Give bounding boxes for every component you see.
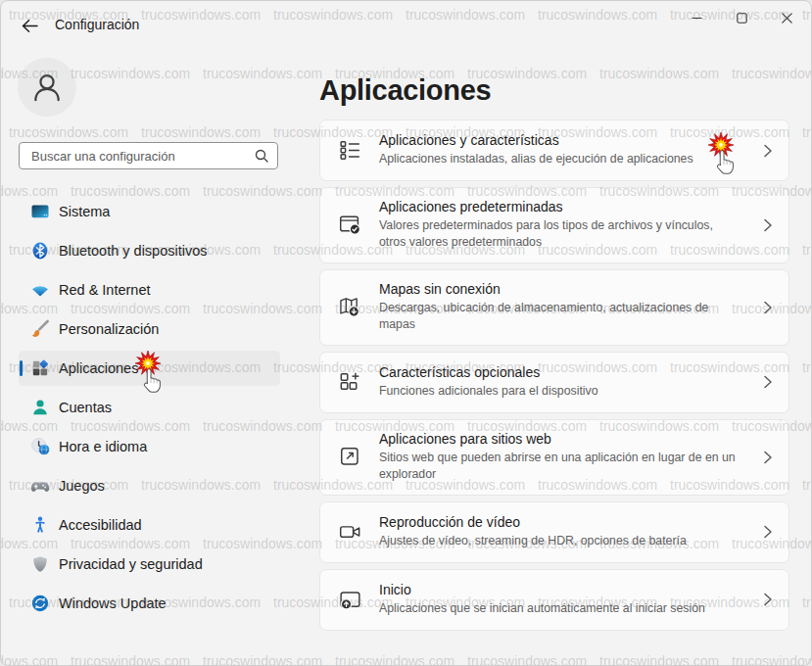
apps-features-icon — [338, 138, 363, 164]
sidebar-item-windows-update[interactable]: Windows Update — [19, 586, 280, 621]
watermark-text: trucoswindows.com — [802, 477, 812, 493]
sidebar-item-juegos[interactable]: Juegos — [19, 468, 280, 503]
card-text: Aplicaciones para sitios webSitios web q… — [379, 431, 763, 484]
sidebar-item-aplicaciones[interactable]: Aplicaciones — [19, 351, 280, 386]
card-subtitle: Aplicaciones instaladas, alias de ejecuc… — [379, 151, 738, 167]
minimize-button[interactable] — [674, 1, 719, 34]
watermark-text: trucoswindows.com — [71, 66, 190, 81]
watermark-text: trucoswindows.com — [802, 595, 812, 610]
chevron-right-icon — [763, 218, 773, 232]
card-text: Aplicaciones y característicasAplicacion… — [379, 132, 763, 167]
settings-card-inicio[interactable]: InicioAplicaciones que se inician automá… — [319, 569, 789, 631]
card-text: Reproducción de vídeoAjustes de vídeo, s… — [379, 514, 763, 549]
card-text: Características opcionalesFunciones adic… — [379, 364, 763, 400]
settings-card-aplicaciones-predeterminadas[interactable]: Aplicaciones predeterminadasValores pred… — [319, 187, 789, 263]
person-icon — [29, 70, 65, 105]
watermark-text: trucoswindows.com — [802, 242, 812, 258]
sidebar-item-sistema[interactable]: Sistema — [19, 194, 280, 229]
watermark-text: trucoswindows.com — [406, 7, 525, 23]
close-button[interactable] — [764, 1, 809, 34]
settings-card-caracteristicas-opcionales[interactable]: Características opcionalesFunciones adic… — [319, 352, 789, 413]
close-icon — [782, 13, 792, 24]
sidebar-item-label: Sistema — [59, 204, 110, 219]
window-controls — [674, 1, 809, 34]
settings-window: Configuración SistemaBluetooth y disposi… — [0, 0, 812, 666]
website-apps-icon — [338, 445, 363, 470]
settings-card-aplicaciones-caracteristicas[interactable]: Aplicaciones y característicasAplicacion… — [319, 119, 789, 181]
video-playback-icon — [338, 519, 363, 545]
card-title: Mapas sin conexión — [379, 281, 738, 297]
watermark-text: trucoswindows.com — [141, 7, 261, 23]
card-text: Aplicaciones predeterminadasValores pred… — [379, 199, 763, 252]
settings-card-list: Aplicaciones y característicasAplicacion… — [319, 119, 789, 631]
watermark-text: trucoswindows.com — [599, 653, 719, 666]
apps-icon — [30, 358, 50, 378]
card-text: Mapas sin conexiónDescargas, ubicación d… — [379, 281, 763, 334]
watermark-text: trucoswindows.com — [538, 7, 657, 23]
default-apps-icon — [338, 213, 363, 238]
watermark-text: trucoswindows.com — [0, 653, 58, 666]
card-title: Aplicaciones predeterminadas — [379, 199, 738, 214]
sidebar-item-personalizacion[interactable]: Personalización — [19, 311, 280, 347]
search-box — [19, 142, 278, 169]
settings-card-aplicaciones-sitios-web[interactable]: Aplicaciones para sitios webSitios web q… — [319, 419, 789, 496]
back-button[interactable] — [16, 14, 43, 37]
sidebar-item-label: Windows Update — [59, 595, 167, 611]
sidebar-item-bluetooth[interactable]: Bluetooth y dispositivos — [19, 233, 280, 268]
card-subtitle: Funciones adicionales para el dispositiv… — [379, 383, 738, 400]
card-subtitle: Descargas, ubicación de almacenamiento, … — [379, 300, 738, 334]
watermark-text: trucoswindows.com — [9, 124, 128, 140]
maximize-icon — [737, 13, 747, 24]
minimize-icon — [692, 13, 702, 24]
sidebar-item-red-internet[interactable]: Red & Internet — [19, 272, 280, 308]
accessibility-icon — [30, 515, 50, 535]
search-icon[interactable] — [255, 149, 268, 163]
settings-card-mapas-sin-conexion[interactable]: Mapas sin conexiónDescargas, ubicación d… — [319, 269, 789, 346]
accounts-icon — [30, 398, 50, 417]
chevron-right-icon — [763, 593, 773, 606]
card-text: InicioAplicaciones que se inician automá… — [379, 582, 763, 617]
maximize-button[interactable] — [719, 1, 764, 34]
sidebar-item-label: Hora e idioma — [59, 439, 147, 454]
personalization-icon — [30, 319, 50, 339]
sidebar-item-accesibilidad[interactable]: Accesibilidad — [19, 507, 280, 543]
card-subtitle: Ajustes de vídeo, streaming de HDR, opci… — [379, 533, 738, 549]
sidebar-item-label: Accesibilidad — [59, 517, 142, 533]
card-subtitle: Sitios web que pueden abrirse en una apl… — [379, 450, 738, 484]
startup-icon — [338, 587, 363, 612]
privacy-icon — [30, 554, 50, 574]
page-title: Aplicaciones — [319, 74, 491, 107]
sidebar-item-label: Aplicaciones — [59, 360, 138, 376]
offline-maps-icon — [338, 295, 363, 320]
time-language-icon — [30, 437, 50, 456]
sidebar-item-label: Red & Internet — [59, 282, 151, 298]
watermark-text: trucoswindows.com — [732, 66, 812, 81]
card-subtitle: Valores predeterminados para los tipos d… — [379, 217, 738, 252]
watermark-text: trucoswindows.com — [467, 653, 587, 666]
card-title: Aplicaciones y características — [379, 132, 738, 148]
sidebar-item-privacidad[interactable]: Privacidad y seguridad — [19, 547, 280, 582]
sidebar-item-hora-idioma[interactable]: Hora e idioma — [19, 429, 280, 464]
sidebar-item-label: Personalización — [59, 321, 159, 337]
bluetooth-icon — [30, 241, 50, 261]
watermark-text: trucoswindows.com — [802, 124, 812, 140]
window-title: Configuración — [55, 17, 139, 32]
settings-card-reproduccion-video[interactable]: Reproducción de vídeoAjustes de vídeo, s… — [319, 501, 789, 563]
optional-features-icon — [338, 369, 363, 395]
search-input[interactable] — [29, 148, 255, 165]
watermark-text: trucoswindows.com — [71, 653, 190, 666]
avatar — [18, 58, 76, 117]
sidebar-item-cuentas[interactable]: Cuentas — [19, 390, 280, 425]
card-subtitle: Aplicaciones que se inician automáticame… — [379, 600, 738, 617]
chevron-right-icon — [763, 525, 773, 539]
chevron-right-icon — [763, 144, 773, 158]
sidebar-item-label: Cuentas — [59, 400, 112, 415]
chevron-right-icon — [763, 301, 773, 314]
system-icon — [30, 202, 50, 221]
watermark-text: trucoswindows.com — [203, 653, 322, 666]
card-title: Inicio — [379, 582, 738, 597]
gaming-icon — [30, 476, 50, 496]
sidebar-item-label: Juegos — [59, 478, 105, 494]
watermark-text: trucoswindows.com — [732, 653, 812, 666]
network-icon — [30, 280, 50, 300]
